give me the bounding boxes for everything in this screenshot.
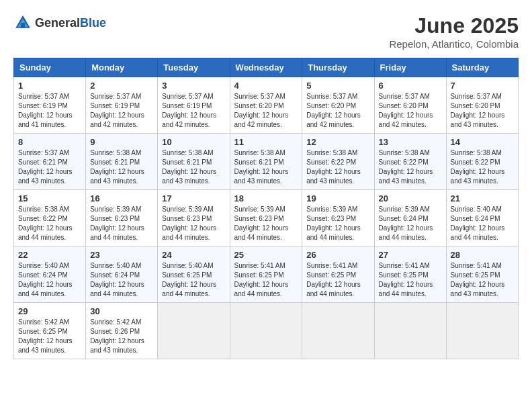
table-row: 7Sunrise: 5:37 AMSunset: 6:20 PMDaylight…	[446, 77, 518, 134]
table-row	[302, 303, 374, 359]
table-row: 9Sunrise: 5:38 AMSunset: 6:21 PMDaylight…	[86, 134, 158, 190]
table-row: 6Sunrise: 5:37 AMSunset: 6:20 PMDaylight…	[374, 77, 446, 134]
table-row: 27Sunrise: 5:41 AMSunset: 6:25 PMDayligh…	[374, 246, 446, 303]
table-row: 28Sunrise: 5:41 AMSunset: 6:25 PMDayligh…	[446, 246, 518, 303]
col-thursday: Thursday	[302, 58, 374, 77]
table-row: 24Sunrise: 5:40 AMSunset: 6:25 PMDayligh…	[158, 246, 230, 303]
svg-rect-2	[21, 23, 25, 28]
table-row: 8Sunrise: 5:37 AMSunset: 6:21 PMDaylight…	[14, 134, 86, 190]
table-row	[230, 303, 302, 359]
page-header: GeneralBlue June 2025 Repelon, Atlantico…	[13, 13, 519, 50]
table-row: 3Sunrise: 5:37 AMSunset: 6:19 PMDaylight…	[158, 77, 230, 134]
col-monday: Monday	[86, 58, 158, 77]
calendar-header-row: Sunday Monday Tuesday Wednesday Thursday…	[14, 58, 519, 77]
calendar-week-4: 22Sunrise: 5:40 AMSunset: 6:24 PMDayligh…	[14, 246, 519, 303]
logo-combined: GeneralBlue	[13, 13, 106, 32]
calendar-table: Sunday Monday Tuesday Wednesday Thursday…	[13, 58, 519, 359]
col-wednesday: Wednesday	[230, 58, 302, 77]
table-row: 15Sunrise: 5:38 AMSunset: 6:22 PMDayligh…	[14, 190, 86, 246]
table-row: 11Sunrise: 5:38 AMSunset: 6:21 PMDayligh…	[230, 134, 302, 190]
logo-blue: Blue	[80, 16, 106, 30]
col-sunday: Sunday	[14, 58, 86, 77]
col-saturday: Saturday	[446, 58, 518, 77]
table-row: 4Sunrise: 5:37 AMSunset: 6:20 PMDaylight…	[230, 77, 302, 134]
table-row: 16Sunrise: 5:39 AMSunset: 6:23 PMDayligh…	[86, 190, 158, 246]
table-row: 23Sunrise: 5:40 AMSunset: 6:24 PMDayligh…	[86, 246, 158, 303]
table-row: 25Sunrise: 5:41 AMSunset: 6:25 PMDayligh…	[230, 246, 302, 303]
month-year-title: June 2025	[389, 13, 519, 38]
col-friday: Friday	[374, 58, 446, 77]
table-row: 14Sunrise: 5:38 AMSunset: 6:22 PMDayligh…	[446, 134, 518, 190]
table-row: 2Sunrise: 5:37 AMSunset: 6:19 PMDaylight…	[86, 77, 158, 134]
logo-text: GeneralBlue	[35, 16, 106, 30]
table-row: 17Sunrise: 5:39 AMSunset: 6:23 PMDayligh…	[158, 190, 230, 246]
table-row: 29Sunrise: 5:42 AMSunset: 6:25 PMDayligh…	[14, 303, 86, 359]
table-row: 22Sunrise: 5:40 AMSunset: 6:24 PMDayligh…	[14, 246, 86, 303]
table-row: 12Sunrise: 5:38 AMSunset: 6:22 PMDayligh…	[302, 134, 374, 190]
col-tuesday: Tuesday	[158, 58, 230, 77]
table-row	[374, 303, 446, 359]
table-row: 10Sunrise: 5:38 AMSunset: 6:21 PMDayligh…	[158, 134, 230, 190]
table-row: 26Sunrise: 5:41 AMSunset: 6:25 PMDayligh…	[302, 246, 374, 303]
table-row: 13Sunrise: 5:38 AMSunset: 6:22 PMDayligh…	[374, 134, 446, 190]
calendar-week-5: 29Sunrise: 5:42 AMSunset: 6:25 PMDayligh…	[14, 303, 519, 359]
table-row: 5Sunrise: 5:37 AMSunset: 6:20 PMDaylight…	[302, 77, 374, 134]
location-subtitle: Repelon, Atlantico, Colombia	[389, 38, 519, 50]
table-row	[446, 303, 518, 359]
table-row: 1Sunrise: 5:37 AMSunset: 6:19 PMDaylight…	[14, 77, 86, 134]
table-row: 20Sunrise: 5:39 AMSunset: 6:24 PMDayligh…	[374, 190, 446, 246]
title-area: June 2025 Repelon, Atlantico, Colombia	[389, 13, 519, 50]
logo-general: General	[35, 16, 80, 30]
table-row: 19Sunrise: 5:39 AMSunset: 6:23 PMDayligh…	[302, 190, 374, 246]
calendar-week-3: 15Sunrise: 5:38 AMSunset: 6:22 PMDayligh…	[14, 190, 519, 246]
table-row: 30Sunrise: 5:42 AMSunset: 6:26 PMDayligh…	[86, 303, 158, 359]
table-row: 21Sunrise: 5:40 AMSunset: 6:24 PMDayligh…	[446, 190, 518, 246]
table-row	[158, 303, 230, 359]
calendar-week-2: 8Sunrise: 5:37 AMSunset: 6:21 PMDaylight…	[14, 134, 519, 190]
logo-icon	[13, 13, 32, 32]
calendar-week-1: 1Sunrise: 5:37 AMSunset: 6:19 PMDaylight…	[14, 77, 519, 134]
logo: GeneralBlue	[13, 13, 106, 32]
table-row: 18Sunrise: 5:39 AMSunset: 6:23 PMDayligh…	[230, 190, 302, 246]
